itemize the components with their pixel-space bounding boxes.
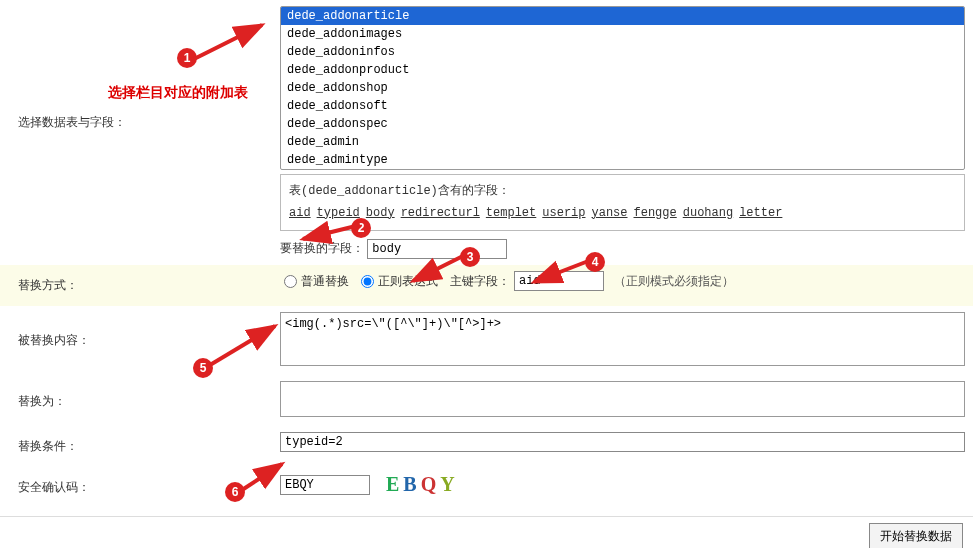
label-mode: 替换方式： (0, 269, 280, 302)
table-option[interactable]: dede_addonspec (281, 115, 964, 133)
field-link[interactable]: letter (739, 206, 782, 220)
captcha-input[interactable] (280, 475, 370, 495)
svg-line-2 (303, 225, 360, 239)
table-option[interactable]: dede_addonimages (281, 25, 964, 43)
field-link[interactable]: fengge (634, 206, 677, 220)
captcha-image[interactable]: EBQY (382, 473, 463, 496)
label-condition: 替换条件： (0, 430, 280, 463)
arrow-4 (526, 260, 601, 290)
table-option[interactable]: dede_addonsoft (281, 97, 964, 115)
svg-line-4 (534, 260, 591, 282)
fields-box: 表(dede_addonarticle)含有的字段： aidtypeidbody… (280, 174, 965, 231)
field-link[interactable]: templet (486, 206, 536, 220)
field-link[interactable]: duohang (683, 206, 733, 220)
arrow-6 (242, 460, 292, 495)
svg-line-3 (413, 255, 465, 281)
radio-regex[interactable] (361, 275, 374, 288)
radio-normal[interactable] (284, 275, 297, 288)
radio-normal-label: 普通替换 (301, 273, 349, 290)
mode-hint: （正则模式必须指定） (614, 273, 734, 290)
field-link[interactable]: userip (542, 206, 585, 220)
arrow-3 (405, 255, 475, 290)
field-link[interactable]: redirecturl (401, 206, 480, 220)
table-option[interactable]: dede_addonarticle (281, 7, 964, 25)
table-option[interactable]: dede_addoninfos (281, 43, 964, 61)
replaced-textarea[interactable] (280, 312, 965, 366)
svg-line-6 (242, 464, 282, 490)
arrow-2 (295, 215, 365, 245)
table-option[interactable]: dede_addonshop (281, 79, 964, 97)
field-link[interactable]: body (366, 206, 395, 220)
field-link[interactable]: yanse (592, 206, 628, 220)
condition-input[interactable] (280, 432, 965, 452)
fields-caption: 表(dede_addonarticle)含有的字段： (289, 181, 956, 203)
submit-button[interactable]: 开始替换数据 (869, 523, 963, 548)
table-option[interactable]: dede_admintype (281, 151, 964, 169)
label-replace-to: 替换为： (0, 379, 280, 418)
svg-line-5 (210, 326, 275, 365)
arrow-1 (192, 20, 282, 70)
table-option[interactable]: dede_admin (281, 133, 964, 151)
arrow-5 (210, 320, 285, 370)
replace-to-textarea[interactable] (280, 381, 965, 417)
table-listbox[interactable]: dede_addonarticledede_addonimagesdede_ad… (280, 6, 965, 170)
svg-line-1 (192, 25, 262, 60)
table-option[interactable]: dede_addonproduct (281, 61, 964, 79)
